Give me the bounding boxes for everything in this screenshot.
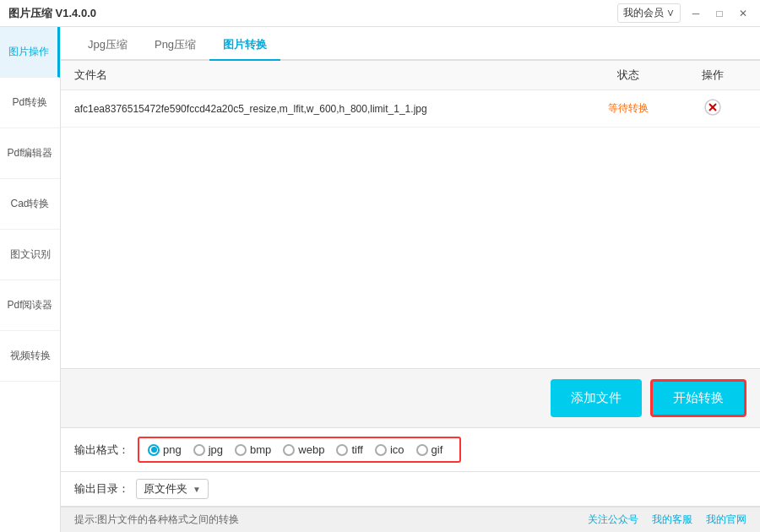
delete-icon[interactable]: [704, 99, 721, 116]
output-dir-select[interactable]: 原文件夹 ▼: [136, 479, 209, 499]
format-label: 输出格式：: [74, 442, 129, 458]
format-label-tiff: tiff: [351, 443, 363, 456]
output-dir-value: 原文件夹: [144, 481, 187, 497]
format-option-jpg[interactable]: jpg: [193, 443, 223, 456]
output-dir-label: 输出目录：: [74, 481, 129, 497]
header-status: 状态: [578, 68, 679, 83]
format-option-ico[interactable]: ico: [375, 443, 404, 456]
tab-bar: Jpg压缩 Png压缩 图片转换: [61, 27, 760, 61]
title-bar: 图片压缩 V1.4.0.0 我的会员 ∨ ─ □ ✕: [0, 0, 760, 27]
content-area: Jpg压缩 Png压缩 图片转换 文件名 状态 操作 afc1ea8376515…: [61, 27, 760, 532]
header-filename: 文件名: [74, 68, 578, 83]
tab-image-convert[interactable]: 图片转换: [209, 30, 280, 61]
format-option-png[interactable]: png: [148, 443, 182, 456]
format-label-jpg: jpg: [209, 443, 223, 456]
sidebar-label-video-convert: 视频转换: [10, 350, 51, 363]
radio-webp[interactable]: [283, 444, 295, 456]
add-file-button[interactable]: 添加文件: [551, 379, 642, 417]
format-option-bmp[interactable]: bmp: [235, 443, 271, 456]
sidebar-label-pdf-convert: Pdf转换: [12, 96, 47, 110]
action-area: 添加文件 开始转换: [61, 368, 760, 427]
sidebar-label-ocr: 图文识别: [10, 248, 51, 262]
maximize-button[interactable]: □: [711, 5, 728, 22]
format-label-ico: ico: [390, 443, 404, 456]
format-option-gif[interactable]: gif: [416, 443, 443, 456]
sidebar-label-image-ops: 图片操作: [8, 46, 49, 59]
cell-filename: afc1ea8376515472fe590fccd42a20c5_resize,…: [74, 103, 578, 115]
format-options-row: png jpg bmp webp: [138, 437, 461, 463]
start-convert-button[interactable]: 开始转换: [650, 379, 746, 417]
sidebar: 图片操作 Pdf转换 Pdf编辑器 Cad转换 图文识别 Pdf阅读器 视频转换: [0, 27, 61, 532]
status-link-wechat[interactable]: 关注公众号: [588, 513, 638, 527]
sidebar-item-video-convert[interactable]: 视频转换: [0, 331, 60, 382]
sidebar-item-ocr[interactable]: 图文识别: [0, 230, 60, 280]
output-dir-area: 输出目录： 原文件夹 ▼: [61, 472, 760, 507]
sidebar-item-pdf-reader[interactable]: Pdf阅读器: [0, 280, 60, 331]
sidebar-item-pdf-convert[interactable]: Pdf转换: [0, 78, 60, 128]
sidebar-label-pdf-reader: Pdf阅读器: [7, 299, 52, 312]
format-label-png: png: [163, 443, 182, 456]
app-title: 图片压缩 V1.4.0.0: [8, 6, 96, 21]
tab-jpg-compress[interactable]: Jpg压缩: [74, 30, 141, 61]
status-bar: 提示:图片文件的各种格式之间的转换 关注公众号 我的客服 我的官网: [61, 507, 760, 532]
format-option-webp[interactable]: webp: [283, 443, 324, 456]
table-row: afc1ea8376515472fe590fccd42a20c5_resize,…: [61, 90, 760, 128]
status-link-service[interactable]: 我的客服: [652, 513, 692, 527]
sidebar-item-pdf-editor[interactable]: Pdf编辑器: [0, 128, 60, 179]
format-label-webp: webp: [298, 443, 324, 456]
table-body: afc1ea8376515472fe590fccd42a20c5_resize,…: [61, 90, 760, 368]
sidebar-label-cad-convert: Cad转换: [10, 198, 49, 211]
cell-status: 等待转换: [578, 101, 679, 116]
member-button[interactable]: 我的会员 ∨: [617, 3, 681, 23]
format-area: 输出格式： png jpg bmp: [61, 427, 760, 472]
status-hint: 提示:图片文件的各种格式之间的转换: [74, 513, 239, 527]
format-label-gif: gif: [432, 443, 443, 456]
radio-tiff[interactable]: [336, 444, 348, 456]
format-label-bmp: bmp: [250, 443, 271, 456]
sidebar-item-image-ops[interactable]: 图片操作: [0, 27, 60, 78]
status-links: 关注公众号 我的客服 我的官网: [588, 513, 746, 527]
minimize-button[interactable]: ─: [687, 5, 704, 22]
sidebar-label-pdf-editor: Pdf编辑器: [7, 147, 52, 160]
sidebar-item-cad-convert[interactable]: Cad转换: [0, 179, 60, 230]
header-action: 操作: [679, 68, 746, 83]
cell-action: [679, 99, 746, 118]
format-option-tiff[interactable]: tiff: [336, 443, 363, 456]
output-dir-dropdown-icon: ▼: [193, 485, 201, 494]
main-container: 图片操作 Pdf转换 Pdf编辑器 Cad转换 图文识别 Pdf阅读器 视频转换…: [0, 27, 760, 532]
close-button[interactable]: ✕: [735, 5, 752, 22]
radio-png[interactable]: [148, 444, 160, 456]
status-link-website[interactable]: 我的官网: [706, 513, 746, 527]
title-controls: 我的会员 ∨ ─ □ ✕: [617, 3, 752, 23]
radio-gif[interactable]: [416, 444, 428, 456]
tab-png-compress[interactable]: Png压缩: [141, 30, 209, 61]
radio-ico[interactable]: [375, 444, 387, 456]
radio-bmp[interactable]: [235, 444, 247, 456]
table-header: 文件名 状态 操作: [61, 61, 760, 90]
radio-jpg[interactable]: [193, 444, 205, 456]
